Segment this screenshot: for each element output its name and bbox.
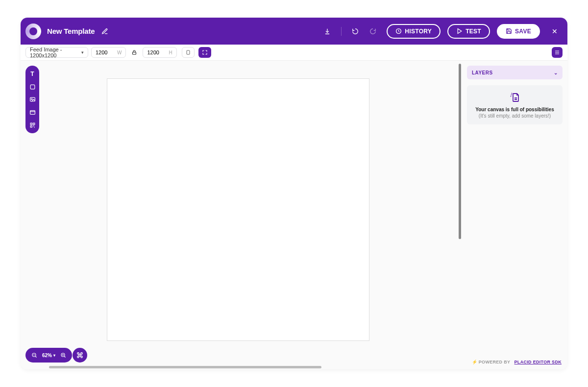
layers-empty-card: Your canvas is full of possibilities (It… — [467, 85, 563, 124]
close-icon[interactable]: ✕ — [549, 27, 561, 35]
panel-toggle-icon[interactable] — [552, 47, 563, 58]
canvas-zone[interactable]: T — [21, 61, 462, 369]
width-unit: W — [117, 50, 122, 55]
browser-tool-icon[interactable] — [28, 108, 37, 117]
text-tool-icon[interactable]: T — [28, 70, 37, 78]
width-input-wrap: W — [91, 47, 126, 58]
history-button[interactable]: HISTORY — [387, 24, 441, 39]
canvas[interactable] — [107, 78, 369, 341]
test-button[interactable]: TEST — [447, 24, 490, 39]
zoom-value[interactable]: 62%▾ — [42, 353, 55, 358]
svg-rect-1 — [133, 52, 136, 55]
logo-icon — [25, 24, 41, 39]
canvas-size-toolbar: Feed Image - 1200x1200 ▾ W H — [21, 45, 567, 61]
fit-screen-icon[interactable] — [198, 47, 211, 58]
test-button-label: TEST — [466, 28, 481, 35]
preset-label: Feed Image - 1200x1200 — [30, 47, 78, 58]
chevron-down-icon: ⌄ — [554, 70, 558, 75]
svg-rect-2 — [187, 50, 190, 54]
empty-subtitle: (It's still empty, add some layers!) — [472, 113, 558, 119]
vertical-scrollbar[interactable] — [459, 64, 461, 239]
main-area: T — [21, 61, 567, 369]
svg-rect-7 — [30, 123, 32, 124]
width-input[interactable] — [96, 49, 114, 55]
zoom-control: 62%▾ — [25, 348, 72, 363]
powered-by-label: POWERED BY — [479, 360, 510, 364]
footer-credit: ⚡ POWERED BY PLACID EDITOR SDK — [467, 358, 563, 364]
layers-header[interactable]: LAYERS ⌄ — [467, 66, 563, 79]
save-button-label: SAVE — [515, 28, 531, 35]
template-title: New Template — [47, 27, 95, 35]
separator — [341, 27, 342, 36]
preset-select[interactable]: Feed Image - 1200x1200 ▾ — [25, 47, 88, 58]
shape-tool-icon[interactable] — [28, 82, 37, 91]
app-window: New Template HISTORY — [21, 18, 567, 369]
insert-toolbar: T — [25, 66, 39, 133]
orientation-icon[interactable] — [182, 47, 195, 58]
lock-aspect-icon[interactable] — [129, 47, 140, 58]
sparkle-doc-icon — [472, 92, 558, 104]
chevron-down-icon: ▾ — [81, 50, 84, 55]
shortcuts-icon[interactable] — [73, 348, 87, 363]
horizontal-scrollbar[interactable] — [49, 366, 321, 368]
save-button[interactable]: SAVE — [497, 24, 540, 39]
download-icon[interactable] — [320, 24, 334, 38]
history-button-label: HISTORY — [405, 28, 432, 35]
app-header: New Template HISTORY — [21, 18, 567, 45]
image-tool-icon[interactable] — [28, 95, 37, 104]
sdk-link[interactable]: PLACID EDITOR SDK — [514, 360, 562, 364]
svg-rect-3 — [30, 85, 35, 89]
zoom-in-icon[interactable] — [60, 352, 66, 358]
height-unit: H — [169, 50, 172, 55]
svg-rect-8 — [33, 123, 34, 124]
edit-title-icon[interactable] — [101, 28, 108, 35]
svg-rect-9 — [30, 125, 32, 127]
qr-tool-icon[interactable] — [28, 121, 37, 129]
svg-rect-6 — [30, 110, 35, 114]
height-input-wrap: H — [143, 47, 176, 58]
right-panel: LAYERS ⌄ Your canvas is full of possibil… — [462, 61, 567, 369]
layers-title: LAYERS — [472, 70, 493, 75]
svg-point-5 — [31, 98, 32, 99]
redo-icon[interactable] — [366, 24, 380, 38]
undo-icon[interactable] — [348, 24, 362, 38]
empty-title: Your canvas is full of possibilities — [472, 107, 558, 112]
zoom-out-icon[interactable] — [31, 352, 37, 358]
height-input[interactable] — [147, 49, 166, 55]
